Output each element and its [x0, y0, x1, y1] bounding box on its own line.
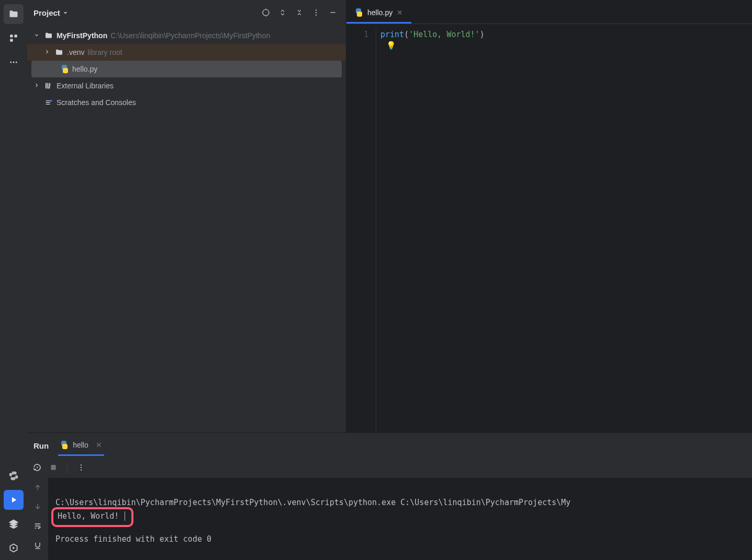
svg-rect-0 [10, 35, 13, 37]
stop-icon [49, 463, 58, 472]
run-panel-header: Run hello ✕ [27, 433, 752, 458]
chevron-down-icon [62, 9, 69, 16]
project-panel-header: Project [27, 0, 346, 25]
svg-point-17 [81, 469, 82, 470]
editor-tab-label: hello.py [367, 8, 392, 17]
rerun-button[interactable] [32, 463, 42, 474]
run-tab-hello[interactable]: hello ✕ [58, 436, 104, 456]
structure-tool-button[interactable] [4, 28, 24, 48]
tree-venv-label: .venv [67, 48, 84, 56]
code-editor[interactable]: 1 print('Hello, World!') 💡 [346, 24, 752, 432]
hide-panel-button[interactable] [326, 6, 340, 19]
svg-point-8 [316, 12, 317, 13]
play-icon [9, 495, 18, 505]
svg-rect-2 [10, 39, 13, 42]
run-side-toolbar [27, 478, 48, 560]
tree-venv-hint: library root [87, 48, 122, 56]
svg-point-16 [81, 466, 82, 467]
close-tab-button[interactable]: ✕ [397, 8, 403, 17]
scratches-icon [44, 98, 53, 107]
tree-scratches-label: Scratches and Consoles [57, 98, 136, 107]
tree-root[interactable]: MyFirstPython C:\Users\linqibin\PycharmP… [27, 27, 346, 44]
layers-tool-button[interactable] [4, 514, 24, 534]
close-run-tab-button[interactable]: ✕ [96, 441, 102, 449]
project-tree: MyFirstPython C:\Users\linqibin\PycharmP… [27, 25, 346, 432]
chevron-down-icon [33, 31, 41, 40]
target-icon [261, 8, 271, 17]
svg-point-9 [316, 14, 317, 15]
stop-button[interactable] [49, 463, 58, 473]
wrap-icon [33, 522, 42, 530]
expand-collapse-icon [279, 8, 286, 17]
console-exit-line: Process finished with exit code 0 [55, 532, 745, 546]
svg-point-13 [50, 100, 52, 102]
intention-bulb-icon[interactable]: 💡 [386, 41, 396, 50]
more-vertical-icon [77, 463, 85, 472]
console-output-line: Hello, World! [58, 511, 119, 521]
scroll-to-end-button[interactable] [33, 541, 42, 551]
project-tool-button[interactable] [4, 4, 24, 24]
layers-icon [8, 519, 19, 529]
svg-point-7 [316, 9, 317, 10]
run-more-button[interactable] [77, 463, 85, 473]
svg-point-3 [10, 62, 12, 63]
console-output[interactable]: C:\Users\linqibin\PycharmProjects\MyFirs… [48, 478, 752, 560]
editor-tabs: hello.py ✕ [346, 0, 752, 24]
minimize-icon [329, 8, 337, 17]
svg-rect-1 [15, 35, 17, 37]
collapse-icon [296, 8, 303, 17]
svg-point-15 [81, 464, 82, 465]
arrow-up-icon [33, 483, 42, 492]
collapse-all-button[interactable] [293, 6, 306, 19]
svg-point-6 [263, 9, 269, 16]
more-tool-button[interactable] [4, 52, 24, 72]
run-tool-button[interactable] [4, 490, 24, 510]
library-icon [44, 82, 53, 90]
python-file-icon [60, 441, 69, 449]
tree-external-libraries[interactable]: External Libraries [27, 77, 346, 94]
up-button[interactable] [33, 483, 42, 493]
down-button[interactable] [33, 502, 42, 512]
tree-root-path: C:\Users\linqibin\PycharmProjects\MyFirs… [110, 31, 270, 40]
folder-icon [44, 31, 53, 40]
expand-all-button[interactable] [276, 6, 289, 19]
rerun-icon [32, 463, 42, 472]
svg-rect-12 [49, 83, 50, 89]
services-icon [8, 543, 19, 553]
select-opened-file-button[interactable] [259, 6, 273, 19]
svg-rect-11 [47, 83, 48, 89]
python-file-icon [355, 8, 363, 17]
project-panel-title[interactable]: Project [33, 8, 69, 17]
soft-wrap-button[interactable] [33, 522, 42, 532]
run-tab-label: hello [73, 441, 88, 449]
tree-external-libraries-label: External Libraries [57, 82, 114, 90]
more-vertical-icon [312, 8, 320, 17]
services-tool-button[interactable] [4, 538, 24, 558]
console-highlight-box: Hello, World! [51, 507, 133, 527]
line-number: 1 [346, 28, 368, 41]
run-toolbar [27, 458, 752, 478]
run-panel-title: Run [33, 441, 49, 450]
editor-tab-hello[interactable]: hello.py ✕ [346, 3, 411, 24]
more-horizontal-icon [9, 58, 18, 67]
arrow-down-icon [33, 502, 42, 511]
editor-area: hello.py ✕ 1 print('Hello, World!') 💡 [346, 0, 752, 432]
scroll-end-icon [33, 541, 42, 550]
tree-scratches[interactable]: Scratches and Consoles [27, 94, 346, 111]
svg-rect-14 [51, 465, 55, 470]
project-panel-title-label: Project [33, 8, 60, 17]
left-tool-rail [0, 0, 27, 560]
panel-options-button[interactable] [309, 6, 323, 19]
tree-root-label: MyFirstPython [57, 31, 107, 40]
chevron-right-icon [33, 82, 41, 90]
chevron-right-icon [44, 48, 51, 56]
python-file-icon [61, 65, 69, 73]
python-icon [8, 470, 19, 482]
python-console-tool-button[interactable] [4, 466, 24, 486]
run-panel: Run hello ✕ [27, 432, 752, 560]
tree-file-hello[interactable]: hello.py [31, 61, 342, 77]
structure-icon [8, 33, 19, 43]
tree-venv[interactable]: .venv library root [27, 44, 346, 61]
console-command-line: C:\Users\linqibin\PycharmProjects\MyFirs… [55, 496, 745, 509]
project-panel: Project [27, 0, 346, 432]
